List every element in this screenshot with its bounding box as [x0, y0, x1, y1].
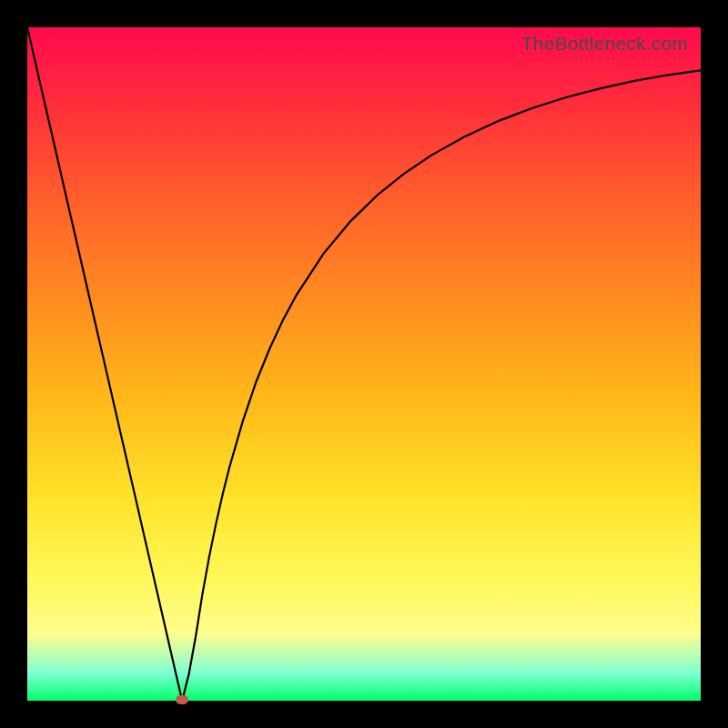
plot-area: TheBottleneck.com	[27, 27, 701, 701]
curve-path	[27, 27, 701, 701]
bottleneck-curve	[27, 27, 701, 701]
chart-frame: TheBottleneck.com	[0, 0, 728, 728]
optimum-marker	[176, 695, 188, 704]
